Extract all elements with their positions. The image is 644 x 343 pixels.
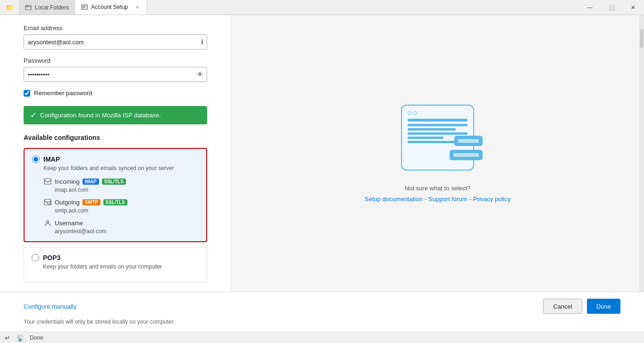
tab-local-folders[interactable]: Local Folders [19,0,75,15]
cancel-button[interactable]: Cancel [543,299,582,314]
main-area: Email address ℹ Password 👁 Remember pass… [0,15,644,292]
outgoing-server: smtp.aol.com [55,207,199,214]
illus-line4 [408,137,443,139]
footer-buttons: Configure manually Cancel Done [24,299,620,314]
email-info-icon[interactable]: ℹ [201,38,203,46]
titlebar: 📁 Local Folders Account Setup × [0,0,644,15]
incoming-ssl-badge: SSL/TLS [102,179,126,185]
svg-point-5 [47,220,49,223]
success-message: Configuration found in Mozilla ISP datab… [40,112,161,119]
setup-docs-link[interactable]: Setup documentation [365,196,423,203]
credentials-note: Your credentials will only be stored loc… [24,318,620,325]
statusbar-icon2: 📡 [16,334,24,342]
incoming-label: Incoming [55,178,80,185]
password-eye-icon[interactable]: 👁 [197,71,203,78]
incoming-header: Incoming IMAP SSL/TLS [43,177,199,186]
window-controls: — ⬜ ✕ [579,0,644,15]
success-banner: ✓ Configuration found in Mozilla ISP dat… [24,106,207,124]
footer-right-buttons: Cancel Done [543,299,620,314]
username-value: arysontest@aol.com [55,228,199,235]
outgoing-icon [43,198,52,206]
privacy-policy-link[interactable]: Privacy policy [473,196,510,203]
local-folders-icon [25,4,32,11]
left-panel: Email address ℹ Password 👁 Remember pass… [0,15,231,292]
username-icon [43,219,52,227]
password-input-wrapper: 👁 [24,67,207,82]
dot1 [408,111,411,115]
outgoing-header: Outgoing SMTP SSL/TLS [43,198,199,206]
tab-local-folders-label: Local Folders [35,4,69,11]
account-setup-icon [81,3,88,11]
pop3-title: POP3 [43,254,60,261]
remember-password-checkbox[interactable] [24,90,30,97]
password-field[interactable] [24,67,207,82]
success-check-icon: ✓ [30,111,36,120]
illus-card1 [454,136,483,146]
scrollbar-thumb[interactable] [640,29,644,48]
footer-area: Configure manually Cancel Done Your cred… [0,292,644,332]
imap-details: Incoming IMAP SSL/TLS imap.aol.com [43,177,199,235]
illus-card2 [450,150,483,160]
svg-rect-0 [25,6,31,10]
support-forum-link[interactable]: Support forum [428,196,467,203]
incoming-imap-badge: IMAP [83,179,99,185]
pop3-radio[interactable] [32,254,39,261]
illustration-dots [408,111,468,115]
svg-rect-2 [44,179,51,184]
incoming-icon [43,177,52,186]
email-field[interactable] [24,34,207,49]
close-button[interactable]: ✕ [622,0,644,15]
statusbar-icon1: ↵ [5,334,10,342]
remember-password-row: Remember password [24,90,207,97]
right-scrollbar[interactable] [639,15,644,292]
help-sep2: - [469,196,471,203]
statusbar: ↵ 📡 Done [0,332,644,343]
imap-option-header: IMAP [32,155,199,163]
remember-password-label: Remember password [34,90,92,97]
illus-line3 [408,132,468,135]
done-button[interactable]: Done [587,299,620,314]
illus-line1 [408,124,468,126]
configure-manually-link[interactable]: Configure manually [24,303,76,310]
app-icon: 📁 [4,2,15,13]
incoming-server: imap.aol.com [55,187,199,193]
username-header: Username [43,219,199,227]
email-label: Email address [24,24,207,32]
illustration [401,105,474,171]
illus-line5 [408,141,456,143]
incoming-row: Incoming IMAP SSL/TLS imap.aol.com [43,177,199,193]
outgoing-label: Outgoing [55,199,80,206]
password-label: Password [24,57,207,64]
illus-card2-inner [453,153,479,157]
svg-rect-4 [48,202,50,204]
maximize-button[interactable]: ⬜ [601,0,622,15]
imap-option[interactable]: IMAP Keep your folders and emails synced… [24,148,207,242]
statusbar-label: Done [30,335,43,341]
tab-account-setup[interactable]: Account Setup × [75,0,147,15]
minimize-button[interactable]: — [579,0,601,15]
outgoing-row: Outgoing SMTP SSL/TLS smtp.aol.com [43,198,199,214]
available-configs-label: Available configurations [24,134,207,141]
tabs: Local Folders Account Setup × [19,0,147,15]
outgoing-smtp-badge: SMTP [83,199,100,205]
help-links: Setup documentation - Support forum - Pr… [365,196,510,203]
dot2 [413,111,417,115]
illus-bar [408,119,468,122]
tab-account-setup-label: Account Setup [91,4,128,10]
help-text: Not sure what to select? [405,185,470,192]
pop3-option-header: POP3 [32,254,199,261]
imap-radio[interactable] [32,155,40,163]
illus-card1-inner [458,139,479,143]
email-input-wrapper: ℹ [24,34,207,49]
imap-description: Keep your folders and emails synced on y… [43,165,199,172]
outgoing-ssl-badge: SSL/TLS [103,199,127,205]
imap-title: IMAP [43,155,60,163]
username-label: Username [55,220,83,227]
pop3-description: Keep your folders and emails on your com… [43,263,199,270]
pop3-option[interactable]: POP3 Keep your folders and emails on you… [24,247,207,283]
tab-close-button[interactable]: × [134,3,141,11]
username-row: Username arysontest@aol.com [43,219,199,235]
right-panel: Not sure what to select? Setup documenta… [231,15,644,292]
illus-line2 [408,128,456,131]
help-sep1: - [425,196,427,203]
